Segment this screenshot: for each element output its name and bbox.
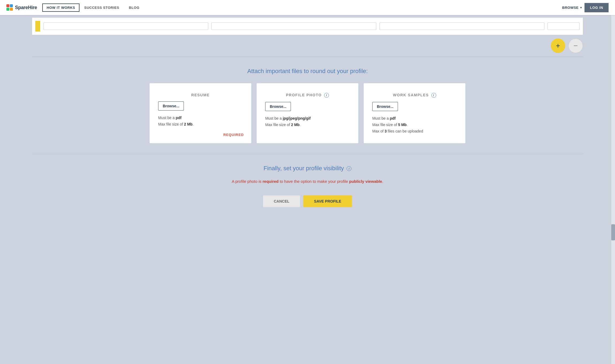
save-profile-button[interactable]: SAVE PROFILE <box>303 195 352 207</box>
partial-input-row <box>32 18 583 35</box>
logo-link[interactable]: SpareHire <box>6 4 37 11</box>
profile-photo-card-desc: Must be a jpg/jpeg/png/gif Max file size… <box>265 115 350 128</box>
file-attach-title: Attach important files to round out your… <box>21 68 594 75</box>
remove-row-button[interactable]: − <box>568 39 583 53</box>
partial-input-3[interactable] <box>379 22 544 30</box>
visibility-title: Finally, set your profile visibility i <box>21 165 594 172</box>
add-remove-controls: + − <box>0 35 615 57</box>
nav-success-stories[interactable]: SUCCESS STORIES <box>79 1 124 14</box>
yellow-bar <box>35 21 40 32</box>
profile-photo-info-icon[interactable]: i <box>324 93 329 98</box>
nav-right: BROWSE ▼ LOG IN <box>562 3 609 12</box>
work-samples-card: WORK SAMPLES i Browse... Must be a pdf M… <box>364 83 465 143</box>
scrollbar[interactable] <box>611 15 615 364</box>
profile-photo-browse-button[interactable]: Browse... <box>265 102 291 111</box>
resume-card: RESUME Browse... Must be a pdf Max file … <box>150 83 251 143</box>
add-row-button[interactable]: + <box>551 39 565 53</box>
upload-cards-row: RESUME Browse... Must be a pdf Max file … <box>21 83 594 143</box>
navbar: SpareHire HOW IT WORKS SUCCESS STORIES B… <box>0 0 615 15</box>
visibility-info-icon[interactable]: i <box>347 166 351 171</box>
browse-dropdown-button[interactable]: BROWSE ▼ <box>562 6 583 10</box>
nav-blog[interactable]: BLOG <box>124 1 145 14</box>
file-attach-section: Attach important files to round out your… <box>0 57 615 154</box>
partial-input-2[interactable] <box>211 22 376 30</box>
work-samples-card-title: WORK SAMPLES i <box>372 93 457 98</box>
visibility-description: A profile photo is required to have the … <box>21 178 594 185</box>
visibility-section: Finally, set your profile visibility i A… <box>0 154 615 195</box>
profile-photo-card: PROFILE PHOTO i Browse... Must be a jpg/… <box>257 83 358 143</box>
resume-card-title: RESUME <box>158 93 243 97</box>
resume-browse-button[interactable]: Browse... <box>158 101 184 111</box>
logo-text: SpareHire <box>15 5 37 10</box>
cancel-button[interactable]: CANCEL <box>263 195 300 207</box>
nav-links: HOW IT WORKS SUCCESS STORIES BLOG <box>42 1 562 14</box>
partial-input-1[interactable] <box>43 22 208 30</box>
work-samples-card-desc: Must be a pdf Max file size of 5 Mb. Max… <box>372 115 457 134</box>
resume-required-label: REQUIRED <box>223 133 244 137</box>
work-samples-info-icon[interactable]: i <box>431 93 436 98</box>
top-partial-section <box>0 15 615 35</box>
profile-photo-card-title: PROFILE PHOTO i <box>265 93 350 98</box>
nav-how-it-works[interactable]: HOW IT WORKS <box>42 3 79 12</box>
chevron-down-icon: ▼ <box>580 6 582 9</box>
bottom-buttons-row: CANCEL SAVE PROFILE <box>0 195 615 213</box>
login-button[interactable]: LOG IN <box>584 3 609 12</box>
browse-label: BROWSE <box>562 6 579 10</box>
partial-input-4[interactable] <box>548 22 580 30</box>
resume-card-desc: Must be a pdf Max file size of 2 Mb. <box>158 115 243 128</box>
scrollbar-thumb[interactable] <box>611 224 615 240</box>
work-samples-browse-button[interactable]: Browse... <box>372 102 398 111</box>
main-content: + − Attach important files to round out … <box>0 15 615 213</box>
logo-icon <box>6 4 13 11</box>
